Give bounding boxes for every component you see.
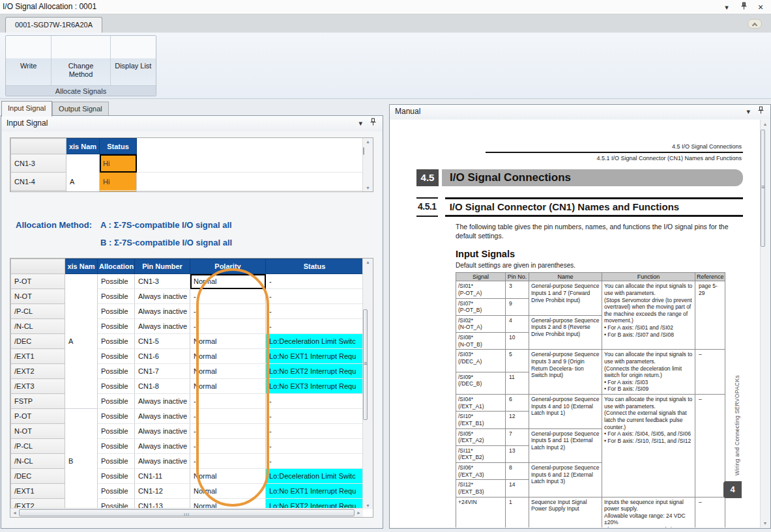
axis-name-cell[interactable] <box>65 469 98 484</box>
pin-number-cell[interactable]: CN1-12 <box>135 484 190 499</box>
axis-name-cell[interactable] <box>65 319 98 334</box>
allocation-cell[interactable]: Possible <box>98 319 135 334</box>
signal-row-header[interactable]: P-OT <box>11 409 65 424</box>
signal-row-header[interactable]: /P-CL <box>11 439 65 454</box>
signal-row-header[interactable]: N-OT <box>11 424 65 439</box>
signal-status-cell[interactable]: Lo:No EXT1 Interrupt Requ <box>266 484 364 499</box>
manual-panel-header[interactable]: Manual ▾ <box>390 105 770 119</box>
polarity-cell[interactable]: Normal <box>190 274 266 289</box>
axis-name-cell[interactable] <box>65 394 98 409</box>
axis-name-cell[interactable] <box>65 409 98 424</box>
pin-number-cell[interactable]: Always inactive <box>135 454 190 469</box>
allocation-cell[interactable]: Possible <box>98 484 135 499</box>
allocation-cell[interactable]: Possible <box>98 439 135 454</box>
status-table-corner-header[interactable] <box>11 139 66 154</box>
scroll-right-icon[interactable]: ► <box>356 511 361 515</box>
panel-dropdown-icon[interactable]: ▾ <box>746 106 750 117</box>
signal-status-cell[interactable]: - <box>266 409 364 424</box>
signal-status-cell[interactable]: - <box>266 289 364 304</box>
signal-row-header[interactable]: FSTP <box>11 394 65 409</box>
scrollbar-thumb[interactable]: ≡ <box>363 309 368 420</box>
signal-status-cell[interactable]: - <box>266 439 364 454</box>
panel-dropdown-icon[interactable]: ▾ <box>358 118 362 128</box>
collapse-ribbon-button[interactable] <box>748 19 762 29</box>
scrollbar-thumb[interactable]: ≡ <box>761 130 765 247</box>
pin-number-cell[interactable]: CN1-7 <box>135 364 190 379</box>
signal-row-header[interactable]: /EXT3 <box>11 379 65 394</box>
polarity-cell[interactable]: Normal <box>190 484 266 499</box>
signal-status-cell[interactable]: Lo:Deceleration Limit Switc <box>266 469 364 484</box>
polarity-cell[interactable]: - <box>190 454 266 469</box>
scrollbar-thumb[interactable] <box>363 147 364 155</box>
input-signal-panel-header[interactable]: Input Signal ▾ <box>1 116 383 132</box>
panel-pin-icon[interactable] <box>758 106 764 117</box>
signal-row-header[interactable]: /DEC <box>11 334 65 349</box>
manual-vertical-scrollbar[interactable]: ▲ ≡ ▼ <box>760 120 770 527</box>
pin-number-cell[interactable]: CN1-3 <box>135 274 190 289</box>
polarity-cell[interactable]: - <box>190 424 266 439</box>
signal-status-cell[interactable]: Lo:Deceleration Limit Switc <box>266 334 364 349</box>
allocation-cell[interactable]: Possible <box>98 379 135 394</box>
signal-status-cell[interactable]: - <box>266 304 364 319</box>
signal-status-cell[interactable]: - <box>266 319 364 334</box>
status-cell[interactable]: Hi <box>100 191 137 193</box>
axis-name-cell[interactable]: B <box>65 454 98 469</box>
status-cell[interactable]: Hi <box>100 154 137 173</box>
pin-number-cell[interactable]: Always inactive <box>135 424 190 439</box>
pin-number-cell[interactable]: CN1-8 <box>135 379 190 394</box>
axis-name-cell[interactable] <box>65 484 98 499</box>
pin-number-cell[interactable]: Always inactive <box>135 304 190 319</box>
display-list-button[interactable]: Display List <box>111 36 156 85</box>
main-table-vertical-scrollbar[interactable]: ▲ ≡ ▼ <box>362 259 373 509</box>
scroll-up-icon[interactable]: ▲ <box>363 260 373 264</box>
allocation-cell[interactable]: Possible <box>98 334 135 349</box>
allocation-cell[interactable]: Possible <box>98 454 135 469</box>
pin-number-cell[interactable]: CN1-6 <box>135 349 190 364</box>
signal-row-header[interactable]: P-OT <box>11 274 65 289</box>
signal-status-cell[interactable]: Lo:No EXT3 Interrupt Requ <box>266 379 364 394</box>
header-status[interactable]: Status <box>266 259 364 274</box>
pin-row-header[interactable]: CN1-5 <box>11 191 66 193</box>
polarity-cell[interactable]: Normal <box>190 379 266 394</box>
allocation-cell[interactable]: Possible <box>98 424 135 439</box>
allocation-cell[interactable]: Possible <box>98 274 135 289</box>
polarity-cell[interactable]: - <box>190 439 266 454</box>
window-menu-dropdown-icon[interactable]: ▾ <box>721 2 732 12</box>
polarity-cell[interactable]: - <box>190 319 266 334</box>
axis-name-cell[interactable] <box>65 349 98 364</box>
polarity-cell[interactable]: - <box>190 409 266 424</box>
signal-status-cell[interactable]: - <box>266 394 364 409</box>
axis-name-cell[interactable]: A <box>65 334 98 349</box>
axis-name-cell[interactable] <box>65 364 98 379</box>
axis-name-cell[interactable] <box>65 289 98 304</box>
polarity-cell[interactable]: Normal <box>190 334 266 349</box>
polarity-cell[interactable]: Normal <box>190 469 266 484</box>
polarity-cell[interactable]: Normal <box>190 349 266 364</box>
allocation-cell[interactable]: Possible <box>98 469 135 484</box>
header-axis-name[interactable]: xis Nam <box>65 259 98 274</box>
signal-row-header[interactable]: N-OT <box>11 289 65 304</box>
pin-row-header[interactable]: CN1-3 <box>11 154 66 173</box>
signal-row-header[interactable]: /N-CL <box>11 319 65 334</box>
pin-number-cell[interactable]: Always inactive <box>135 439 190 454</box>
write-button[interactable]: Write <box>6 36 51 85</box>
scroll-down-icon[interactable]: ▼ <box>363 186 373 190</box>
signal-status-cell[interactable]: Lo:No EXT2 Interrupt Requ <box>266 364 364 379</box>
scroll-down-icon[interactable]: ▼ <box>363 503 373 508</box>
allocation-cell[interactable]: Possible <box>98 304 135 319</box>
status-table-header-axis[interactable]: xis Nam <box>66 139 100 154</box>
polarity-cell[interactable]: - <box>190 289 266 304</box>
pin-number-cell[interactable]: Always inactive <box>135 409 190 424</box>
window-close-icon[interactable]: × <box>755 2 766 12</box>
status-cell[interactable]: Hi <box>100 173 137 191</box>
signal-status-cell[interactable]: Lo:No EXT1 Interrupt Requ <box>266 349 364 364</box>
header-pin-number[interactable]: Pin Number <box>135 259 190 274</box>
status-table-vertical-scrollbar[interactable]: ▲ ▼ <box>362 138 373 191</box>
change-method-button[interactable]: Change Method <box>51 36 110 85</box>
axis-name-cell[interactable] <box>65 424 98 439</box>
polarity-cell[interactable]: - <box>190 394 266 409</box>
pin-number-cell[interactable]: CN1-11 <box>135 469 190 484</box>
pin-number-cell[interactable]: Always inactive <box>135 319 190 334</box>
allocation-table-corner-header[interactable] <box>11 259 65 274</box>
header-allocation[interactable]: Allocation <box>98 259 135 274</box>
